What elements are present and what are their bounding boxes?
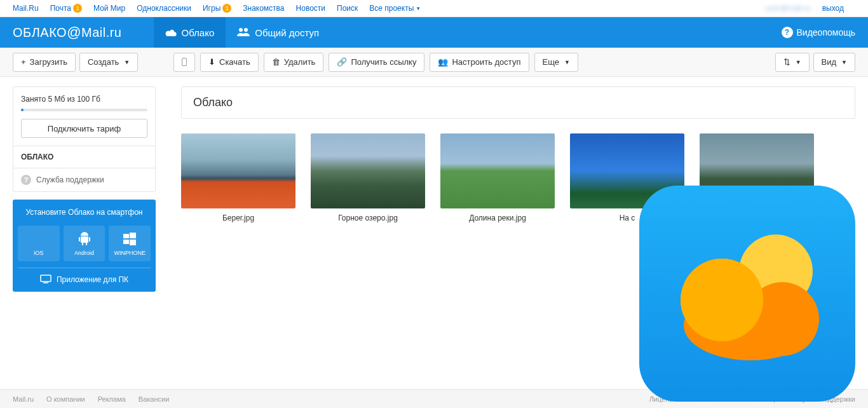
svg-point-0 <box>239 28 243 32</box>
user-email[interactable]: user@mail.ru <box>765 4 811 13</box>
sidebar-root[interactable]: ОБЛАКО <box>13 146 155 168</box>
svg-rect-9 <box>123 234 129 238</box>
at-icon: @ <box>67 24 81 41</box>
promo-ios[interactable]: iOS <box>18 226 60 261</box>
footer-mailru[interactable]: Mail.ru <box>13 395 34 403</box>
question-icon: ? <box>21 175 31 185</box>
create-button[interactable]: Создать▼ <box>79 53 138 72</box>
logo-suffix: Mail.ru <box>81 25 122 40</box>
tab-label: Облако <box>182 27 215 38</box>
chevron-down-icon: ▼ <box>796 59 801 65</box>
upload-button[interactable]: +Загрузить <box>13 53 76 72</box>
file-name: Берег.jpg <box>181 214 295 222</box>
nav-mail[interactable]: Почта1 <box>50 4 82 13</box>
sort-icon: ⇅ <box>783 57 790 67</box>
logo-prefix: ОБЛАКО <box>13 25 67 40</box>
nav-all-projects[interactable]: Все проекты▼ <box>369 4 421 13</box>
header: ОБЛАКО@Mail.ru Облако Общий доступ ? Вид… <box>0 17 868 48</box>
people-icon: 👥 <box>438 57 448 67</box>
promo-winphone[interactable]: WINPHONE <box>109 226 151 261</box>
nav-news[interactable]: Новости <box>296 4 325 13</box>
connect-tariff-button[interactable]: Подключить тариф <box>21 119 147 138</box>
help-link[interactable]: ? Видеопомощь <box>782 27 856 38</box>
delete-button[interactable]: 🗑Удалить <box>264 53 324 72</box>
more-button[interactable]: Еще▼ <box>534 53 578 72</box>
cloud-icon <box>165 27 177 38</box>
top-nav: Mail.Ru Почта1 Мой Мир Одноклассники Игр… <box>0 0 868 17</box>
thumbnail <box>181 133 295 208</box>
logout-link[interactable]: выход <box>822 4 844 13</box>
question-icon: ? <box>782 27 793 38</box>
svg-rect-5 <box>79 237 80 241</box>
people-icon <box>237 27 250 38</box>
nav-dating[interactable]: Знакомства <box>243 4 284 13</box>
view-button[interactable]: Вид▼ <box>813 53 855 72</box>
promo-desktop[interactable]: Приложение для ПК <box>18 268 151 285</box>
promo-title: Установите Облако на смартфон <box>18 207 151 218</box>
chevron-down-icon: ▼ <box>841 59 847 65</box>
thumbnail <box>311 133 425 208</box>
plus-icon: + <box>21 57 26 67</box>
svg-rect-6 <box>89 237 90 241</box>
promo-panel: Установите Облако на смартфон iOS Androi… <box>13 200 156 292</box>
storage-text: Занято 5 Мб из 100 Гб <box>21 95 147 104</box>
nav-search[interactable]: Поиск <box>337 4 358 13</box>
get-link-button[interactable]: 🔗Получить ссылку <box>329 53 424 72</box>
toolbar: +Загрузить Создать▼ ⬇Скачать 🗑Удалить 🔗П… <box>0 48 868 77</box>
file-name: Долина реки.jpg <box>440 214 555 222</box>
chevron-down-icon: ▼ <box>416 6 421 11</box>
checkbox-icon <box>182 58 187 66</box>
thumbnail <box>440 133 555 208</box>
promo-android[interactable]: Android <box>64 226 105 261</box>
tab-label: Общий доступ <box>255 27 319 38</box>
trash-icon: 🗑 <box>272 57 280 67</box>
download-icon: ⬇ <box>208 57 215 67</box>
file-item[interactable]: Берег.jpg <box>181 133 295 222</box>
tab-shared[interactable]: Общий доступ <box>226 17 330 48</box>
nav-odnoklassniki[interactable]: Одноклассники <box>137 4 191 13</box>
footer-jobs[interactable]: Вакансии <box>139 395 170 403</box>
chevron-down-icon: ▼ <box>564 59 570 65</box>
logo[interactable]: ОБЛАКО@Mail.ru <box>13 24 122 41</box>
sort-button[interactable]: ⇅▼ <box>775 53 810 72</box>
share-settings-button[interactable]: 👥Настроить доступ <box>430 53 529 72</box>
monitor-icon <box>40 275 51 285</box>
footer-about[interactable]: О компании <box>46 395 85 403</box>
file-item[interactable]: Горное озеро.jpg <box>311 133 425 222</box>
cloud-app-icon <box>639 186 855 402</box>
windows-icon <box>111 231 148 247</box>
tab-cloud[interactable]: Облако <box>154 17 226 48</box>
chevron-down-icon: ▼ <box>124 59 130 65</box>
download-button[interactable]: ⬇Скачать <box>200 53 259 72</box>
apple-icon <box>20 231 57 247</box>
storage-bar <box>21 109 147 111</box>
android-icon <box>66 231 103 247</box>
file-name: Горное озеро.jpg <box>311 214 425 222</box>
svg-rect-13 <box>41 275 51 282</box>
file-item[interactable]: Долина реки.jpg <box>440 133 555 222</box>
svg-rect-8 <box>86 243 87 245</box>
nav-mymir[interactable]: Мой Мир <box>93 4 125 13</box>
footer-ads[interactable]: Реклама <box>98 395 126 403</box>
help-label: Видеопомощь <box>797 27 856 37</box>
svg-point-1 <box>244 28 248 32</box>
sidebar: Занято 5 Мб из 100 Гб Подключить тариф О… <box>0 77 168 389</box>
svg-rect-12 <box>130 240 136 245</box>
breadcrumb: Облако <box>181 86 855 119</box>
link-icon: 🔗 <box>337 57 347 67</box>
nav-mailru[interactable]: Mail.Ru <box>13 4 39 13</box>
badge-icon: 1 <box>73 4 82 13</box>
support-link[interactable]: ? Служба поддержки <box>13 168 155 191</box>
svg-rect-11 <box>123 240 129 244</box>
svg-rect-10 <box>130 233 136 238</box>
select-all-button[interactable] <box>173 53 195 72</box>
support-label: Служба поддержки <box>36 175 104 184</box>
badge-icon: 1 <box>222 4 231 13</box>
nav-games[interactable]: Игры1 <box>203 4 231 13</box>
svg-rect-7 <box>82 243 83 245</box>
svg-rect-2 <box>81 236 88 243</box>
